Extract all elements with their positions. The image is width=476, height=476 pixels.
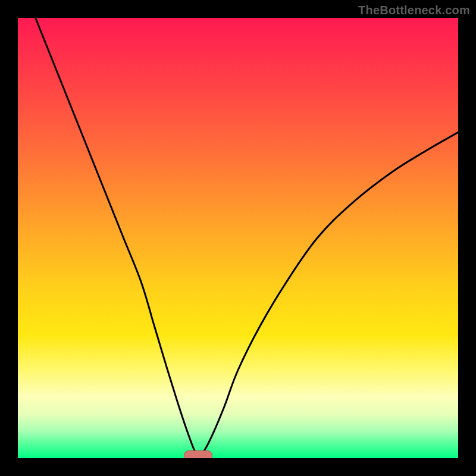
curve-layer bbox=[18, 18, 458, 458]
outer-frame: TheBottleneck.com bbox=[0, 0, 476, 476]
bottleneck-curve-left bbox=[36, 18, 199, 456]
thumb-marker[interactable] bbox=[184, 450, 212, 458]
plot-area bbox=[18, 18, 458, 458]
bottleneck-curve-right bbox=[198, 132, 458, 456]
watermark-text: TheBottleneck.com bbox=[358, 4, 470, 17]
